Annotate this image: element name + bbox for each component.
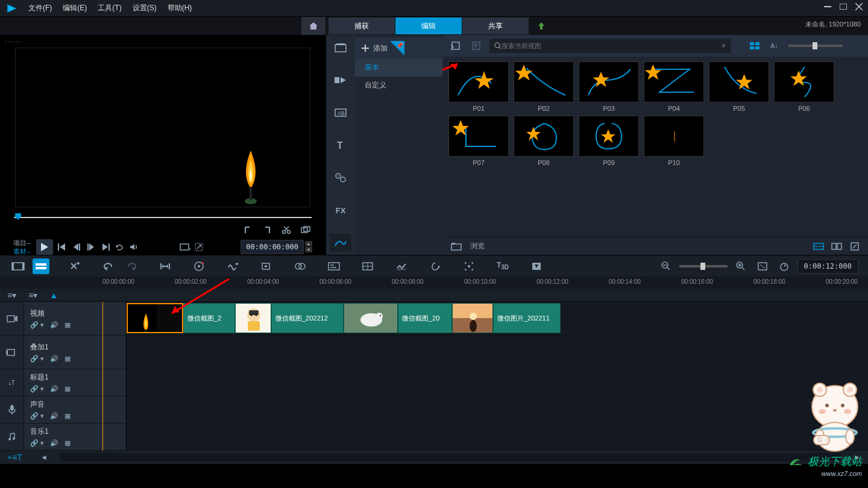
clip-wechat-4[interactable]: 微信图片_202211 xyxy=(493,303,561,333)
menu-file[interactable]: 文件(F) xyxy=(28,3,52,13)
speed-button[interactable] xyxy=(393,258,410,274)
storyboard-mode-button[interactable] xyxy=(10,258,27,274)
sort-button[interactable]: A↓ xyxy=(768,39,782,52)
clip-wechat-1[interactable]: 微信截图_2 xyxy=(183,303,235,333)
snapshot-button[interactable] xyxy=(299,224,312,236)
trim-button[interactable] xyxy=(157,258,174,274)
titles-icon[interactable]: AB xyxy=(330,104,351,122)
fx-icon[interactable]: FX xyxy=(330,201,351,219)
motion-path-icon[interactable] xyxy=(330,234,351,252)
timeline-mode-button[interactable] xyxy=(33,258,49,274)
pin-corner[interactable]: 📌 xyxy=(390,41,404,55)
graphics-icon[interactable] xyxy=(330,169,351,187)
transitions-icon[interactable] xyxy=(330,71,351,89)
go-start-button[interactable] xyxy=(55,240,69,254)
add-track-button[interactable]: +≡T xyxy=(7,452,22,462)
timecode-up[interactable]: ▲ xyxy=(305,241,312,246)
loop-button[interactable] xyxy=(113,240,127,254)
search-box[interactable]: × xyxy=(489,39,731,53)
timer-button[interactable] xyxy=(776,258,793,274)
timeline-ruler[interactable]: 00:00:00:00 00:00:02:00 00:00:04:00 00:0… xyxy=(0,277,868,289)
maximize-button[interactable] xyxy=(839,2,848,11)
path-thumb-p08[interactable]: P08 xyxy=(514,116,574,166)
play-button[interactable] xyxy=(36,239,53,255)
add-button[interactable]: 添加 xyxy=(361,43,388,54)
pan-zoom-button[interactable] xyxy=(427,258,444,274)
clip-bird[interactable] xyxy=(344,303,398,333)
close-button[interactable] xyxy=(855,2,863,11)
tab-capture[interactable]: 捕获 xyxy=(329,17,395,34)
scroll-left-button[interactable]: ◄ xyxy=(40,453,48,461)
chroma-button[interactable] xyxy=(292,258,309,274)
search-clear-icon[interactable]: × xyxy=(722,42,726,50)
path-thumb-p09[interactable]: P09 xyxy=(579,116,639,166)
track-add-button[interactable]: ≡▾ xyxy=(7,290,16,300)
path-thumb-p01[interactable]: P01 xyxy=(448,61,509,112)
undo-button[interactable] xyxy=(100,258,117,274)
menu-help[interactable]: 帮助(H) xyxy=(168,3,192,13)
timeline-timecode[interactable]: 0:00:12:000 xyxy=(797,259,858,274)
preview-scrubber[interactable] xyxy=(14,212,312,221)
path-thumb-p02[interactable]: P02 xyxy=(514,61,574,112)
zoom-out-button[interactable] xyxy=(658,258,675,274)
import-button[interactable] xyxy=(448,39,463,53)
zoom-slider[interactable] xyxy=(679,265,728,267)
path-thumb-p06[interactable]: P06 xyxy=(774,61,834,112)
menu-edit[interactable]: 编辑(E) xyxy=(63,3,87,13)
tools-button[interactable] xyxy=(66,258,83,274)
path-thumb-p05[interactable]: P05 xyxy=(709,61,769,112)
playhead-line[interactable] xyxy=(102,302,103,451)
scrubber-handle[interactable] xyxy=(14,212,22,221)
fullscreen-button[interactable] xyxy=(193,240,206,254)
tab-edit[interactable]: 编辑 xyxy=(395,17,462,34)
path-thumb-p04[interactable]: P04 xyxy=(644,61,704,112)
tracking-button[interactable] xyxy=(461,258,477,274)
path-thumb-p07[interactable]: P07 xyxy=(448,116,509,166)
timecode-down[interactable]: ▼ xyxy=(305,247,312,252)
menu-tools[interactable]: 工具(T) xyxy=(98,3,121,13)
browse-folder-button[interactable] xyxy=(450,239,464,254)
tab-share[interactable]: 共享 xyxy=(462,17,529,34)
preview-canvas[interactable] xyxy=(15,48,310,207)
horizontal-scrollbar[interactable] xyxy=(60,453,841,461)
thumbnail-size-slider[interactable] xyxy=(788,45,843,47)
timeline-view-button[interactable] xyxy=(811,239,826,254)
edit-panel-button[interactable] xyxy=(848,239,862,254)
mode-project-label[interactable]: 项目– xyxy=(13,239,30,247)
lock-icon[interactable]: ▦ xyxy=(64,321,71,329)
fit-button[interactable] xyxy=(754,258,771,274)
track-expand-button[interactable]: ▲ xyxy=(49,290,58,300)
search-input[interactable] xyxy=(502,42,722,49)
mask-button[interactable] xyxy=(528,258,545,274)
3d-title-button[interactable]: T3D xyxy=(494,258,511,274)
link-icon[interactable]: 🔗 ▾ xyxy=(30,321,44,329)
upload-button[interactable] xyxy=(530,17,552,34)
prev-frame-button[interactable] xyxy=(70,240,83,254)
disc-button[interactable] xyxy=(190,258,207,274)
clip-wechat-3[interactable]: 微信截图_20 xyxy=(398,303,452,333)
menu-settings[interactable]: 设置(S) xyxy=(133,3,157,13)
redo-button[interactable] xyxy=(123,258,140,274)
clip-candle[interactable] xyxy=(127,303,183,333)
split-screen-button[interactable] xyxy=(359,258,376,274)
path-thumb-p10[interactable]: P10 xyxy=(644,116,704,166)
clip-cartoon[interactable] xyxy=(235,303,271,333)
subtitle-button[interactable] xyxy=(326,258,342,274)
record-button[interactable] xyxy=(258,258,275,274)
category-basic[interactable]: 基本 xyxy=(355,59,442,77)
mute-icon[interactable]: 🔊 xyxy=(50,321,58,329)
clip-sunset[interactable] xyxy=(452,303,493,333)
text-icon[interactable]: T xyxy=(330,136,351,154)
storyboard-view-button[interactable] xyxy=(829,239,844,254)
mode-clip-label[interactable]: 素材– xyxy=(13,247,30,255)
next-frame-button[interactable] xyxy=(84,240,98,254)
volume-button[interactable] xyxy=(128,240,141,254)
clip-wechat-2[interactable]: 微信截图_202212 xyxy=(271,303,344,333)
path-thumb-p03[interactable]: P03 xyxy=(579,61,639,112)
mark-in-button[interactable] xyxy=(241,224,254,236)
view-grid-button[interactable] xyxy=(747,39,762,52)
preview-timecode[interactable]: 00:00:00:000 xyxy=(241,240,304,254)
category-custom[interactable]: 自定义 xyxy=(355,77,442,94)
mark-out-button[interactable] xyxy=(260,224,274,236)
audio-mixer-button[interactable] xyxy=(224,258,241,274)
